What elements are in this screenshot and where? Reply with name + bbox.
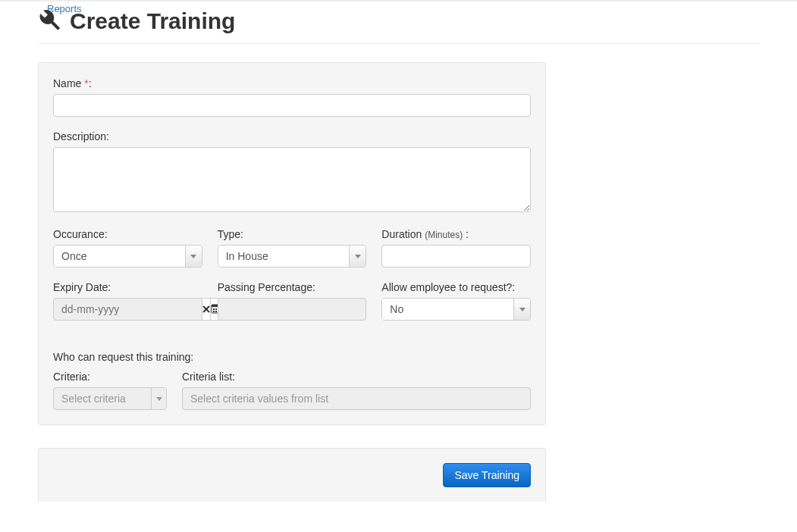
expiry-clear-button[interactable] (202, 298, 211, 321)
close-icon (202, 304, 210, 315)
name-label-suffix: : (89, 77, 92, 89)
svg-rect-4 (213, 308, 215, 310)
save-training-button[interactable]: Save Training (443, 463, 531, 487)
type-group: Type: In House (218, 228, 367, 268)
criteria-label: Criteria: (53, 371, 167, 383)
name-label-text: Name (53, 77, 84, 89)
header-divider (38, 43, 759, 44)
name-group: Name *: (53, 77, 531, 117)
occurance-label: Occurance: (53, 228, 202, 240)
chevron-down-icon (151, 388, 166, 409)
duration-label-text: Duration (381, 228, 425, 240)
page-title: Create Training (70, 8, 235, 34)
criteria-col: Criteria: Select criteria (53, 371, 167, 410)
duration-label: Duration (Minutes) : (381, 228, 531, 240)
chevron-down-icon (349, 246, 366, 267)
criteria-list-label: Criteria list: (182, 371, 531, 383)
occurance-select[interactable]: Once (53, 245, 202, 268)
wrench-icon (38, 9, 61, 34)
criteria-placeholder: Select criteria (54, 388, 151, 409)
svg-rect-7 (213, 311, 215, 312)
actions-panel: Save Training (38, 448, 546, 502)
row-occurance-type-duration: Occurance: Once Type: In House Duration … (53, 228, 531, 281)
duration-input[interactable] (381, 245, 531, 268)
duration-sublabel: (Minutes) (425, 230, 463, 240)
occurance-value: Once (54, 246, 185, 267)
expiry-group: Expiry Date: (53, 281, 202, 321)
description-label: Description: (53, 130, 531, 142)
duration-group: Duration (Minutes) : (381, 228, 531, 268)
criteria-list-input[interactable]: Select criteria values from list (182, 387, 531, 410)
criteria-row: Criteria: Select criteria Criteria list:… (53, 371, 531, 410)
description-textarea[interactable] (53, 147, 531, 212)
row-expiry-passing-allow: Expiry Date: Passing Pe (53, 281, 531, 334)
who-request-label: Who can request this training: (53, 351, 531, 363)
chevron-down-icon (513, 299, 530, 320)
form-panel: Name *: Description: Occurance: Once Typ… (38, 62, 546, 425)
occurance-group: Occurance: Once (53, 228, 202, 268)
duration-suffix: : (463, 228, 469, 240)
allow-request-group: Allow employee to request?: No (381, 281, 531, 321)
expiry-label: Expiry Date: (53, 281, 202, 293)
expiry-date-picker (53, 298, 202, 321)
expiry-input[interactable] (53, 298, 202, 321)
page-container: Reports Create Training Name *: Descript… (0, 2, 797, 524)
name-label: Name *: (53, 77, 531, 89)
chevron-down-icon (185, 246, 202, 267)
passing-label: Passing Percentage: (218, 281, 367, 293)
criteria-list-col: Criteria list: Select criteria values fr… (182, 371, 531, 410)
allow-request-value: No (382, 299, 513, 320)
allow-request-label: Allow employee to request?: (381, 281, 531, 293)
passing-input[interactable] (218, 298, 367, 321)
type-label: Type: (218, 228, 367, 240)
description-group: Description: (53, 130, 531, 214)
type-select[interactable]: In House (218, 245, 367, 268)
name-input[interactable] (53, 94, 531, 117)
allow-request-select[interactable]: No (381, 298, 531, 321)
page-header: Create Training (38, 8, 759, 34)
type-value: In House (218, 246, 350, 267)
criteria-select[interactable]: Select criteria (53, 387, 167, 410)
passing-group: Passing Percentage: (218, 281, 367, 321)
